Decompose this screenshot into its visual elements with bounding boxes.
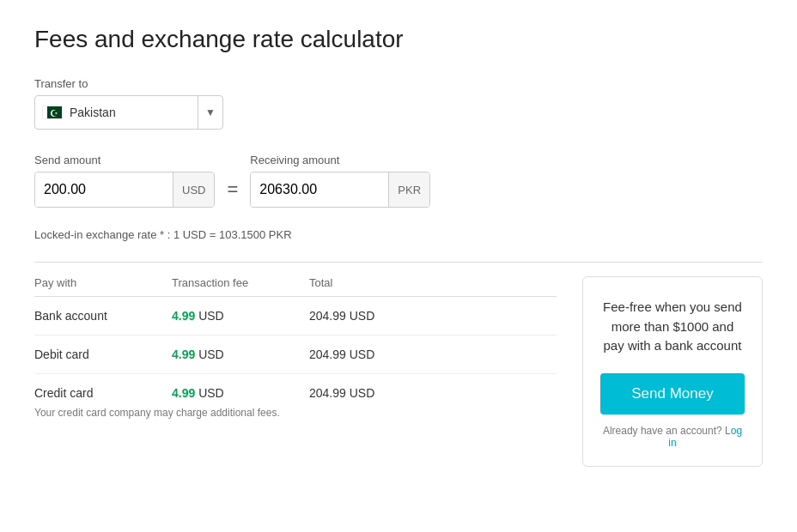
table-row: Bank account 4.99 USD 204.99 USD: [34, 297, 557, 336]
receiving-amount-group: Receiving amount PKR: [250, 154, 430, 208]
receiving-amount-input-wrap: PKR: [250, 172, 430, 208]
fee-amount-credit: 4.99 USD: [172, 386, 309, 400]
col-transaction-fee: Transaction fee: [172, 276, 309, 289]
table-row: Credit card 4.99 USD 204.99 USD: [34, 374, 557, 403]
country-select[interactable]: Pakistan ▼: [34, 95, 223, 130]
divider-top: [34, 262, 763, 263]
receiving-currency-label: PKR: [388, 172, 429, 207]
country-flag: [42, 106, 63, 119]
pay-method-bank: Bank account: [34, 309, 172, 323]
total-debit: 204.99 USD: [309, 348, 447, 361]
pay-method-debit: Debit card: [34, 348, 172, 361]
promo-text: Fee-free when you send more than $1000 a…: [600, 298, 745, 356]
table-row: Debit card 4.99 USD 204.99 USD: [34, 336, 557, 374]
col-total: Total: [309, 276, 447, 289]
fee-amount-debit: 4.99 USD: [172, 348, 309, 361]
send-amount-input[interactable]: [35, 172, 173, 207]
send-currency-label: USD: [173, 172, 214, 207]
page-title: Fees and exchange rate calculator: [34, 26, 763, 53]
country-name: Pakistan: [70, 106, 191, 119]
promo-box: Fee-free when you send more than $1000 a…: [582, 276, 763, 467]
receiving-amount-input[interactable]: [251, 172, 388, 207]
total-bank: 204.99 USD: [309, 309, 447, 323]
equals-sign: =: [227, 178, 238, 208]
transfer-to-section: Transfer to Pakistan ▼: [34, 77, 763, 130]
send-amount-input-wrap: USD: [34, 172, 215, 208]
send-amount-label: Send amount: [34, 154, 215, 166]
col-pay-with: Pay with: [34, 276, 172, 289]
amount-section: Send amount USD = Receiving amount PKR: [34, 154, 763, 208]
exchange-rate-info: Locked-in exchange rate * : 1 USD = 103.…: [34, 225, 763, 241]
receiving-amount-label: Receiving amount: [250, 154, 430, 166]
send-money-button[interactable]: Send Money: [600, 373, 745, 414]
already-account-text: Already have an account? Log in: [600, 425, 745, 449]
pay-method-credit: Credit card: [34, 386, 172, 400]
credit-card-note: Your credit card company may charge addi…: [34, 407, 557, 419]
send-amount-group: Send amount USD: [34, 154, 215, 208]
transfer-to-label: Transfer to: [34, 77, 763, 90]
fees-table-header: Pay with Transaction fee Total: [34, 276, 557, 297]
chevron-down-icon: ▼: [198, 96, 216, 129]
total-credit: 204.99 USD: [309, 386, 447, 400]
fee-amount-bank: 4.99 USD: [172, 309, 309, 323]
main-content: Pay with Transaction fee Total Bank acco…: [34, 276, 763, 467]
fees-table: Pay with Transaction fee Total Bank acco…: [34, 276, 557, 419]
